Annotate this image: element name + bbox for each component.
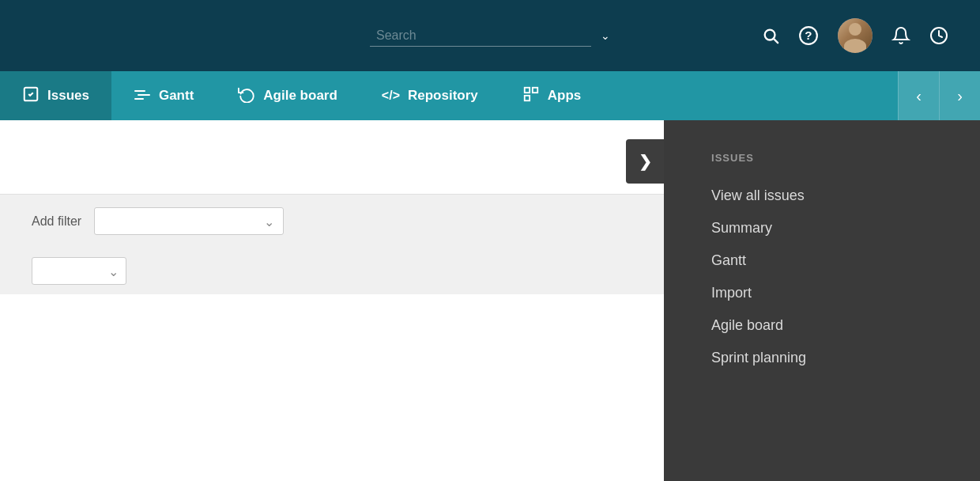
svg-rect-10 [533,87,537,92]
dropdown-panel: ISSUES View all issues Summary Gantt Imp… [664,120,980,481]
apps-icon [522,85,540,107]
nav-label-issues: Issues [47,88,89,104]
search-icon[interactable] [762,27,779,44]
nav-item-gantt[interactable]: Gantt [111,71,216,120]
nav-item-apps[interactable]: Apps [500,71,604,120]
dropdown-item-view-all[interactable]: View all issues [711,180,948,212]
dropdown-item-import[interactable]: Import [711,277,948,309]
filter-label: Add filter [32,214,81,229]
nav-label-apps: Apps [548,88,582,104]
help-icon[interactable]: ? [798,25,819,46]
repository-icon: </> [382,89,400,103]
dropdown-item-summary[interactable]: Summary [711,212,948,244]
expand-button[interactable]: ❯ [626,139,664,184]
small-select-wrapper [32,257,126,285]
nav-label-gantt: Gantt [159,88,194,104]
nav-label-repository: Repository [408,88,478,104]
bell-icon[interactable] [891,26,910,45]
agile-icon [238,85,255,107]
nav-label-agile: Agile board [263,88,337,104]
nav-item-repository[interactable]: </> Repository [360,71,500,120]
search-area: ⌄ [370,25,610,47]
nav-item-issues[interactable]: Issues [0,71,111,120]
top-bar: ⌄ ? [0,0,980,71]
dropdown-item-agile-board[interactable]: Agile board [711,309,948,342]
search-input[interactable] [370,25,591,47]
issues-icon [22,85,40,107]
main-content: New issue ❯ Add filter [0,120,980,481]
history-icon[interactable] [929,26,948,45]
avatar[interactable] [838,18,873,53]
dropdown-item-sprint-planning[interactable]: Sprint planning [711,342,948,374]
svg-rect-11 [525,95,530,100]
dropdown-section-title: ISSUES [711,152,948,164]
svg-rect-9 [525,87,530,92]
top-bar-icons: ? [762,18,948,53]
filter-select-wrapper [94,207,284,235]
svg-line-1 [774,39,778,43]
nav-next-button[interactable]: › [939,71,980,120]
small-select[interactable] [32,257,126,285]
nav-item-agile[interactable]: Agile board [216,71,360,120]
nav-bar: Issues Gantt Agile board </> Repository [0,71,980,120]
gantt-icon [134,87,151,105]
nav-prev-button[interactable]: ‹ [898,71,939,120]
dropdown-item-gantt[interactable]: Gantt [711,244,948,277]
svg-text:?: ? [805,28,812,42]
search-dropdown-arrow[interactable]: ⌄ [601,29,610,42]
filter-select[interactable] [94,207,284,235]
